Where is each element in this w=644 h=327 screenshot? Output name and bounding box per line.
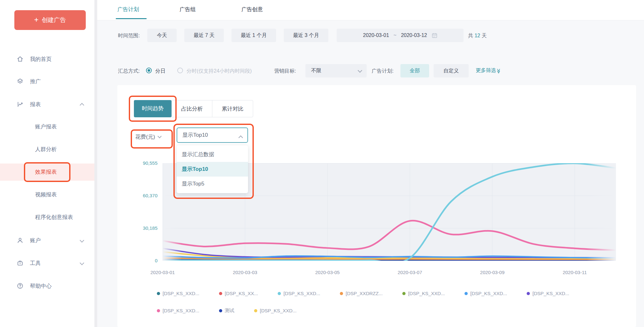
sidebar-item-performance-report[interactable]: 效果报表 (0, 164, 94, 181)
x-tick-label: 2020-03-11 (553, 270, 597, 275)
legend-dot-icon (157, 292, 160, 295)
date-end: 2020-03-12 (401, 33, 427, 38)
top-n-select[interactable]: 显示Top10 (177, 127, 248, 143)
sidebar-item-audience-analysis[interactable]: 人群分析 (0, 141, 94, 158)
sidebar-item-programmatic-creative-report[interactable]: 程序化创意报表 (0, 209, 94, 226)
chevron-up-icon (80, 103, 84, 107)
tab-ad-creative[interactable]: 广告创意 (241, 0, 263, 19)
app: + 创建广告 我的首页 推广 报表 账户报表 人群分析 效果报表 (0, 0, 644, 327)
marketing-goal-value: 不限 (311, 64, 321, 77)
sidebar-item-home[interactable]: 我的首页 (0, 52, 94, 66)
ad-plan-custom-button[interactable]: 自定义 (434, 64, 469, 77)
chart-legend: [DSP_KS_XXD...[DSP_KS_XX...[DSP_KS_XXD..… (157, 291, 622, 314)
radio-by-hour-label[interactable]: 分时(仅支持24小时内时间段) (187, 68, 252, 75)
legend-item[interactable]: [DSP_KS_XXD... (157, 291, 199, 296)
y-tick-label: 0 (121, 258, 157, 263)
top-n-value: 显示Top10 (182, 128, 208, 142)
sidebar-item-reports[interactable]: 报表 (0, 97, 94, 111)
legend-label: [DSP_KS_XXD... (283, 291, 320, 296)
legend-item[interactable]: [DSP_KS_XXD... (254, 308, 296, 314)
legend-label: [DSP_KS_XXD... (532, 291, 569, 296)
ad-plan-all-button[interactable]: 全部 (400, 64, 429, 77)
create-ad-button[interactable]: + 创建广告 (14, 10, 86, 30)
marketing-goal-label: 营销目标: (274, 68, 296, 75)
legend-item[interactable]: [DSP_KS_XX... (219, 291, 258, 296)
sidebar-scrollbar[interactable] (94, 0, 97, 327)
y-tick-label: 30,185 (121, 225, 157, 231)
range-7days-button[interactable]: 最近 7 天 (184, 29, 224, 42)
legend-dot-icon (254, 309, 257, 312)
legend-item[interactable]: [DSP_KS_XXD... (465, 291, 507, 296)
legend-label: [DSP_XXDRZZ... (346, 291, 383, 296)
layers-icon (17, 78, 24, 85)
legend-dot-icon (465, 292, 468, 295)
legend-item[interactable]: [DSP_KS_XXD... (527, 291, 569, 296)
home-icon (17, 55, 24, 62)
legend-dot-icon (527, 292, 530, 295)
chevron-down-icon (80, 238, 84, 243)
legend-label: [DSP_KS_XXD... (470, 291, 507, 296)
legend-item[interactable]: [DSP_KS_XXD... (157, 308, 199, 314)
sidebar-item-label: 推广 (30, 78, 41, 85)
total-days-value: 12 (474, 33, 480, 38)
legend-item[interactable]: [DSP_XXDRZZ... (340, 291, 383, 296)
top-n-dropdown-menu: 显示汇总数据 显示Top10 显示Top5 (177, 145, 248, 193)
view-tab-cumulative[interactable]: 累计对比 (212, 100, 253, 117)
chevron-up-icon (238, 135, 243, 140)
legend-label: [DSP_KS_XXD... (260, 308, 296, 313)
calendar-icon (432, 33, 437, 38)
marketing-goal-select[interactable]: 不限 (305, 64, 367, 77)
sidebar-item-promotion[interactable]: 推广 (0, 74, 94, 88)
sidebar-item-label: 帮助中心 (30, 282, 52, 290)
sidebar-item-label: 报表 (30, 101, 41, 108)
chevron-down-icon (157, 134, 162, 138)
legend-label: [DSP_KS_XXD... (163, 308, 199, 313)
legend-label: 测试 (225, 308, 234, 314)
x-tick-label: 2020-03-09 (470, 270, 515, 275)
option-show-top10[interactable]: 显示Top10 (177, 162, 248, 177)
active-tab-underline (116, 18, 147, 19)
sidebar-item-help-center[interactable]: 帮助中心 (0, 279, 94, 293)
legend-label: [DSP_KS_XXD... (408, 291, 445, 296)
total-days: 共 12 天 (468, 33, 487, 39)
date-range-picker[interactable]: 2020-03-01 ~ 2020-03-12 (337, 29, 464, 42)
fade-right (587, 163, 616, 261)
sidebar-item-account-report[interactable]: 账户报表 (0, 118, 94, 135)
x-tick-label: 2020-03-07 (388, 270, 432, 275)
legend-item[interactable]: [DSP_KS_XXD... (402, 291, 445, 296)
y-tick-label: 90,555 (121, 160, 157, 166)
range-today-button[interactable]: 今天 (147, 29, 177, 42)
x-tick-label: 2020-03-05 (305, 270, 350, 275)
sidebar-item-video-report[interactable]: 视频报表 (0, 186, 94, 203)
option-show-summary[interactable]: 显示汇总数据 (177, 147, 248, 162)
option-show-top5[interactable]: 显示Top5 (177, 177, 248, 191)
chart-line (163, 221, 616, 250)
radio-by-day[interactable] (146, 68, 152, 73)
sidebar-item-account[interactable]: 账户 (0, 233, 94, 247)
more-filters-link[interactable]: 更多筛选≫ (476, 67, 501, 74)
range-1month-button[interactable]: 最近 1 个月 (231, 29, 276, 42)
view-tab-proportion[interactable]: 占比分析 (172, 100, 212, 117)
sidebar-item-label: 账户 (30, 237, 41, 244)
legend-item[interactable]: 测试 (219, 308, 234, 314)
help-icon (17, 282, 24, 289)
double-chevron-down-icon: ≫ (496, 69, 501, 74)
summary-mode-label: 汇总方式: (118, 68, 140, 75)
date-start: 2020-03-01 (363, 33, 389, 38)
radio-by-hour[interactable] (177, 68, 183, 73)
legend-dot-icon (402, 292, 406, 295)
tab-ad-group[interactable]: 广告组 (179, 0, 196, 19)
radio-by-day-label[interactable]: 分日 (155, 68, 165, 75)
sidebar-item-tools[interactable]: 工具 (0, 256, 94, 270)
tab-ad-plan[interactable]: 广告计划 (117, 0, 139, 19)
range-3months-button[interactable]: 最近 3 个月 (284, 29, 328, 42)
legend-item[interactable]: [DSP_KS_XXD... (278, 291, 320, 296)
y-tick-label: 60,370 (121, 193, 157, 198)
metric-selector[interactable]: 花费(元) (135, 133, 161, 141)
legend-label: [DSP_KS_XXD... (163, 291, 199, 296)
chevron-down-icon (80, 261, 84, 265)
view-tab-time-trend[interactable]: 时间趋势 (134, 100, 172, 117)
legend-dot-icon (219, 292, 222, 295)
time-range-label: 时间范围: (118, 33, 140, 39)
legend-dot-icon (278, 292, 281, 295)
